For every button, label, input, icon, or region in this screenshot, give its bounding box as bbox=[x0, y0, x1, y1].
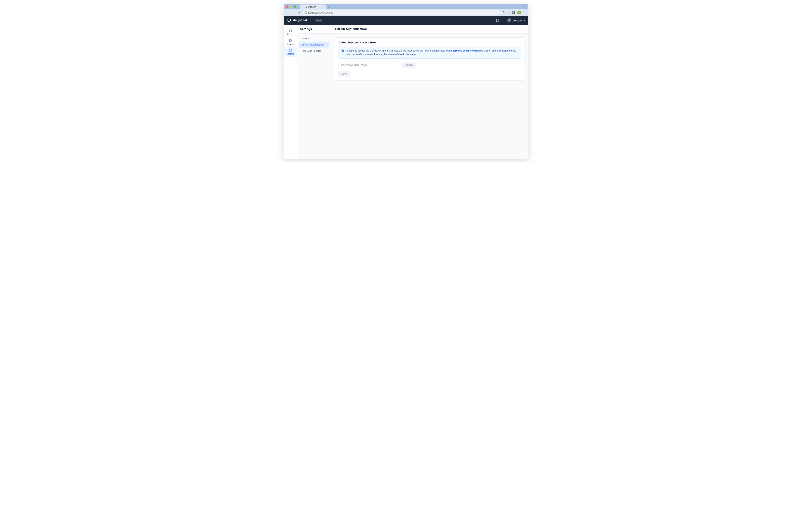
svg-point-10 bbox=[289, 39, 291, 40]
brand-name: MergeStat bbox=[292, 19, 307, 22]
repo-icon bbox=[289, 29, 292, 32]
pat-input[interactable] bbox=[339, 62, 400, 68]
settings-nav-repo-auto-imports[interactable]: Repo Auto Imports bbox=[299, 48, 329, 54]
rail-item-label: Connect bbox=[286, 43, 294, 45]
divider bbox=[310, 18, 311, 22]
brand-logo-icon bbox=[287, 19, 291, 22]
browser-tabs: MergeStat × + bbox=[300, 4, 329, 9]
rail-item-connect[interactable]: Connect bbox=[284, 37, 297, 47]
tab-close-icon[interactable]: × bbox=[323, 6, 324, 8]
header-right: postgres ▾ bbox=[496, 18, 525, 23]
nav-reload-button[interactable]: ⟳ bbox=[297, 11, 301, 14]
svg-point-11 bbox=[290, 50, 291, 51]
rail-item-label: Repos bbox=[287, 33, 293, 35]
beta-badge: beta bbox=[315, 19, 322, 22]
panel-icon[interactable] bbox=[512, 11, 515, 14]
bookmark-icon[interactable]: ☆ bbox=[508, 11, 510, 14]
user-menu[interactable]: postgres ▾ bbox=[507, 18, 525, 23]
svg-rect-14 bbox=[343, 50, 343, 50]
rail-item-label: Settings bbox=[287, 53, 294, 55]
app-body: Repos Connect Settings Settings General … bbox=[284, 25, 528, 159]
info-banner: In order to access the GitHub API and an… bbox=[339, 47, 521, 59]
browser-menu-icon[interactable]: ⋮ bbox=[523, 11, 526, 15]
main-column: GitHub Authentication GitHub Personal Ac… bbox=[331, 25, 528, 159]
browser-toolbar: ← → ⟳ localhost:3300/settings ☆ P ⋮ bbox=[284, 9, 528, 16]
username-label: postgres bbox=[513, 19, 522, 22]
new-tab-button[interactable]: + bbox=[328, 6, 329, 9]
info-text: In order to access the GitHub API and an… bbox=[346, 49, 518, 56]
svg-rect-8 bbox=[289, 30, 291, 32]
save-button[interactable]: Save bbox=[339, 71, 350, 77]
info-icon bbox=[341, 49, 344, 56]
settings-column: Settings General GitHub Authentication R… bbox=[297, 25, 331, 159]
nav-back-button[interactable]: ← bbox=[286, 11, 289, 14]
tab-favicon bbox=[301, 6, 304, 8]
gear-icon bbox=[289, 49, 292, 52]
svg-point-7 bbox=[509, 19, 510, 20]
window-minimize-button[interactable] bbox=[290, 5, 292, 8]
share-icon[interactable] bbox=[502, 11, 505, 14]
url-text: localhost:3300/settings bbox=[308, 11, 333, 14]
validate-button[interactable]: Validate bbox=[402, 62, 416, 68]
tabs-dropdown-icon[interactable] bbox=[524, 5, 526, 8]
user-avatar-icon bbox=[507, 18, 512, 23]
icon-rail: Repos Connect Settings bbox=[284, 25, 297, 159]
url-bar[interactable]: localhost:3300/settings bbox=[302, 10, 500, 15]
svg-rect-6 bbox=[514, 12, 515, 14]
titlebar: MergeStat × + bbox=[284, 4, 528, 9]
token-form-row: Validate bbox=[339, 62, 521, 68]
browser-tab[interactable]: MergeStat × bbox=[300, 4, 326, 9]
rail-item-repos[interactable]: Repos bbox=[284, 27, 297, 37]
nav-forward-button[interactable]: → bbox=[291, 11, 295, 14]
settings-nav-github-auth[interactable]: GitHub Authentication bbox=[299, 42, 329, 48]
settings-title: Settings bbox=[297, 25, 331, 34]
svg-rect-13 bbox=[343, 50, 343, 51]
book-icon[interactable] bbox=[496, 19, 499, 22]
page-title: GitHub Authentication bbox=[331, 25, 528, 34]
settings-nav-general[interactable]: General bbox=[299, 35, 329, 41]
browser-window: MergeStat × + ← → ⟳ localhost:3300/setti… bbox=[284, 4, 528, 159]
chevron-down-icon: ▾ bbox=[524, 19, 525, 22]
database-icon bbox=[289, 39, 292, 42]
traffic-lights bbox=[286, 5, 296, 8]
tab-title: MergeStat bbox=[306, 6, 316, 8]
window-close-button[interactable] bbox=[286, 5, 288, 8]
site-info-icon bbox=[304, 11, 307, 14]
profile-badge[interactable]: P bbox=[517, 11, 521, 15]
main-content: GitHub Personal Access Token In order to… bbox=[331, 34, 528, 84]
toolbar-right: ☆ P ⋮ bbox=[502, 11, 526, 15]
rail-item-settings[interactable]: Settings bbox=[284, 47, 297, 57]
card-title: GitHub Personal Access Token bbox=[339, 41, 521, 44]
svg-rect-0 bbox=[302, 6, 304, 8]
app-header: MergeStat beta postgres ▾ bbox=[284, 16, 528, 25]
window-maximize-button[interactable] bbox=[294, 5, 296, 8]
brand[interactable]: MergeStat bbox=[287, 19, 307, 22]
settings-nav: General GitHub Authentication Repo Auto … bbox=[297, 34, 331, 56]
pat-link[interactable]: a personal access token bbox=[451, 50, 478, 52]
pat-card: GitHub Personal Access Token In order to… bbox=[335, 37, 524, 81]
